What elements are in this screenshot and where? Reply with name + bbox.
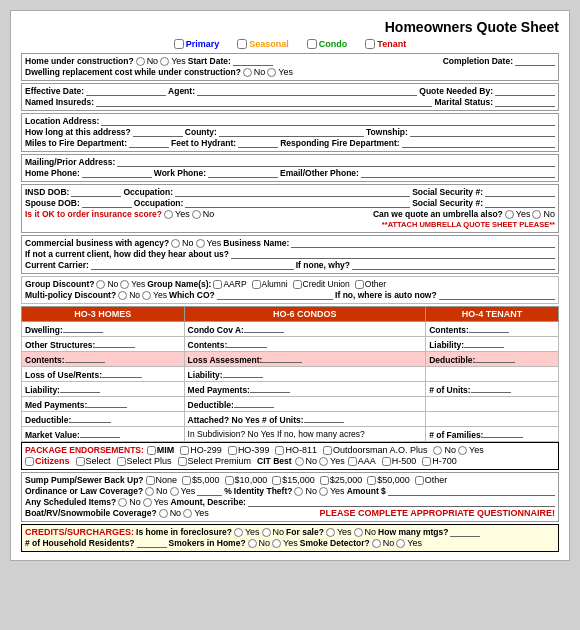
order-score-yes[interactable] xyxy=(164,210,173,219)
aarp-checkbox[interactable] xyxy=(213,280,222,289)
business-name-field[interactable] xyxy=(291,238,555,248)
citizens-checkbox-label[interactable]: Citizens xyxy=(25,456,70,466)
seasonal-checkbox-label[interactable]: Seasonal xyxy=(237,39,289,49)
ordinance-yes[interactable] xyxy=(170,487,179,496)
coverage-cell-field[interactable] xyxy=(304,413,344,423)
other-checkbox-label[interactable]: Other xyxy=(355,279,386,289)
foreclosure-no[interactable] xyxy=(262,528,271,537)
ao-yes[interactable] xyxy=(458,446,467,455)
coverage-cell-field[interactable] xyxy=(250,383,290,393)
group-discount-yes[interactable] xyxy=(120,280,129,289)
sump-50000-cb[interactable] xyxy=(367,476,376,485)
smoke-detector-yes[interactable] xyxy=(396,539,405,548)
cit-no[interactable] xyxy=(295,457,304,466)
identity-yes[interactable] xyxy=(319,487,328,496)
select-checkbox-label[interactable]: Select xyxy=(76,456,111,466)
location-field[interactable] xyxy=(101,116,555,126)
ho299-checkbox-label[interactable]: HO-299 xyxy=(180,445,222,455)
social1-field[interactable] xyxy=(485,187,555,197)
insd-dob-field[interactable] xyxy=(71,187,121,197)
county-field[interactable] xyxy=(219,127,364,137)
h500-checkbox[interactable] xyxy=(382,457,391,466)
commercial-q2-field[interactable] xyxy=(231,249,555,259)
scheduled-yes[interactable] xyxy=(143,498,152,507)
sump-25000-label[interactable]: $25,000 xyxy=(320,475,363,485)
ao-no[interactable] xyxy=(433,446,442,455)
multi-discount-yes[interactable] xyxy=(142,291,151,300)
agent-field[interactable] xyxy=(197,86,417,96)
construction-no[interactable] xyxy=(136,57,145,66)
email-field[interactable] xyxy=(361,168,555,178)
sump-25000-cb[interactable] xyxy=(320,476,329,485)
select-checkbox[interactable] xyxy=(76,457,85,466)
named-insureds-field[interactable] xyxy=(96,97,432,107)
ho399-checkbox[interactable] xyxy=(228,446,237,455)
mim-checkbox-label[interactable]: MIM xyxy=(147,445,175,455)
aaa-checkbox[interactable] xyxy=(348,457,357,466)
forsale-no[interactable] xyxy=(354,528,363,537)
miles-fire-field[interactable] xyxy=(129,138,169,148)
sump-other-label[interactable]: Other xyxy=(415,475,448,485)
social2-field[interactable] xyxy=(485,198,555,208)
mim-checkbox[interactable] xyxy=(147,446,156,455)
umbrella-yes[interactable] xyxy=(505,210,514,219)
forsale-yes[interactable] xyxy=(326,528,335,537)
smokers-yes[interactable] xyxy=(272,539,281,548)
sump-5000-label[interactable]: $5,000 xyxy=(182,475,220,485)
aaa-checkbox-label[interactable]: AAA xyxy=(348,456,376,466)
aarp-checkbox-label[interactable]: AARP xyxy=(213,279,246,289)
coverage-cell-field[interactable] xyxy=(80,428,120,438)
township-field[interactable] xyxy=(410,127,555,137)
current-carrier-field[interactable] xyxy=(91,260,294,270)
alumni-checkbox[interactable] xyxy=(252,280,261,289)
boat-no[interactable] xyxy=(159,509,168,518)
spouse-dob-field[interactable] xyxy=(82,198,132,208)
condo-checkbox[interactable] xyxy=(307,39,317,49)
coverage-cell-field[interactable] xyxy=(60,383,100,393)
scheduled-no[interactable] xyxy=(118,498,127,507)
multi-discount-no[interactable] xyxy=(118,291,127,300)
identity-amount-field[interactable] xyxy=(388,486,555,496)
h700-checkbox-label[interactable]: H-700 xyxy=(422,456,457,466)
sump-other-cb[interactable] xyxy=(415,476,424,485)
construction2-no[interactable] xyxy=(243,68,252,77)
coverage-cell-field[interactable] xyxy=(102,368,142,378)
foreclosure-yes[interactable] xyxy=(234,528,243,537)
if-none-field[interactable] xyxy=(352,260,555,270)
sump-none-cb[interactable] xyxy=(146,476,155,485)
identity-no[interactable] xyxy=(294,487,303,496)
coverage-cell-field[interactable] xyxy=(223,368,263,378)
coverage-cell-field[interactable] xyxy=(71,413,111,423)
mailing-field[interactable] xyxy=(117,157,555,167)
completion-date-field[interactable] xyxy=(515,56,555,66)
tenant-checkbox[interactable] xyxy=(365,39,375,49)
if-no-auto-field[interactable] xyxy=(439,290,555,300)
sump-15000-cb[interactable] xyxy=(272,476,281,485)
order-score-no[interactable] xyxy=(192,210,201,219)
sump-15000-label[interactable]: $15,000 xyxy=(272,475,315,485)
construction-yes[interactable] xyxy=(160,57,169,66)
construction2-yes[interactable] xyxy=(267,68,276,77)
coverage-cell-field[interactable] xyxy=(464,338,504,348)
select-premium-checkbox-label[interactable]: Select Premium xyxy=(178,456,252,466)
occupation1-field[interactable] xyxy=(175,187,410,197)
household-field[interactable] xyxy=(137,538,167,548)
h500-checkbox-label[interactable]: H-500 xyxy=(382,456,417,466)
ho811-checkbox[interactable] xyxy=(275,446,284,455)
condo-checkbox-label[interactable]: Condo xyxy=(307,39,348,49)
ordinance-no[interactable] xyxy=(145,487,154,496)
coverage-cell-field[interactable] xyxy=(471,383,511,393)
effective-date-field[interactable] xyxy=(86,86,166,96)
coverage-cell-field[interactable] xyxy=(469,323,509,333)
sump-none-label[interactable]: None xyxy=(146,475,178,485)
alumni-checkbox-label[interactable]: Alumni xyxy=(252,279,288,289)
outdoorsman-checkbox-label[interactable]: Outdoorsman A.O. Plus xyxy=(323,445,428,455)
outdoorsman-checkbox[interactable] xyxy=(323,446,332,455)
umbrella-no[interactable] xyxy=(532,210,541,219)
select-premium-checkbox[interactable] xyxy=(178,457,187,466)
credit-union-checkbox-label[interactable]: Credit Union xyxy=(293,279,350,289)
coverage-cell-field[interactable] xyxy=(95,338,135,348)
coverage-cell-field[interactable] xyxy=(87,398,127,408)
how-long-field[interactable] xyxy=(133,127,183,137)
ho299-checkbox[interactable] xyxy=(180,446,189,455)
